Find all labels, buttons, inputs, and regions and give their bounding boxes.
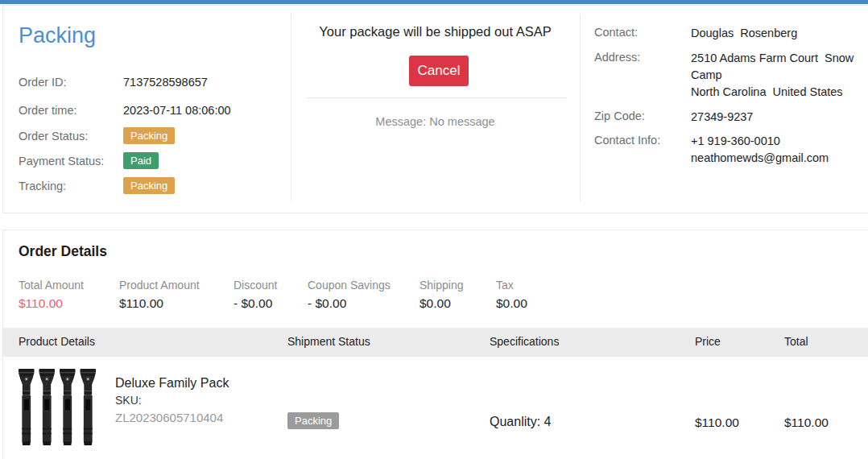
address-value-line2: North Carolina United States xyxy=(691,84,856,101)
total-amount-label: Total Amount xyxy=(19,279,84,292)
column-specifications: Specifications xyxy=(490,335,559,348)
vertical-divider xyxy=(291,14,291,201)
vertical-divider xyxy=(580,14,581,201)
contact-value: Douglas Rosenberg xyxy=(691,25,856,42)
product-table-header: Product Details Shipment Status Specific… xyxy=(3,328,868,357)
column-total: Total xyxy=(784,335,808,348)
column-price: Price xyxy=(695,335,721,348)
contact-phone: +1 919-360-0010 xyxy=(691,133,856,150)
top-accent-bar xyxy=(0,0,868,4)
product-name: Deluxe Family Pack xyxy=(115,376,229,391)
zip-code-label: Zip Code: xyxy=(594,109,645,123)
product-amount-value: $110.00 xyxy=(119,296,163,311)
total-amount-value: $110.00 xyxy=(19,296,63,311)
order-detail-page: Packing Order ID: 7137528598657 Order ti… xyxy=(0,0,868,459)
contact-email: neathomewds@gmail.com xyxy=(691,150,856,167)
order-details-heading: Order Details xyxy=(19,243,107,260)
order-id-label: Order ID: xyxy=(19,75,67,89)
page-title: Packing xyxy=(19,23,96,48)
contact-label: Contact: xyxy=(594,25,638,39)
address-value-line1: 2510 Adams Farm Court Snow Camp xyxy=(691,50,856,84)
zip-code-value: 27349-9237 xyxy=(691,109,856,126)
product-price: $110.00 xyxy=(695,416,739,430)
tracking-badge: Packing xyxy=(123,177,175,194)
flashlight-4-pack-image xyxy=(16,366,98,449)
address-label: Address: xyxy=(594,50,640,64)
shipping-value: $0.00 xyxy=(420,296,451,311)
product-total: $110.00 xyxy=(784,416,829,430)
tax-label: Tax xyxy=(496,279,514,292)
discount-label: Discount xyxy=(234,279,277,292)
order-time-label: Order time: xyxy=(19,103,77,118)
tax-value: $0.00 xyxy=(496,296,527,311)
order-status-card: Packing Order ID: 7137528598657 Order ti… xyxy=(2,5,868,213)
shipping-label: Shipping xyxy=(420,279,464,292)
product-sku-value: ZL20230605710404 xyxy=(115,411,223,424)
order-status-badge: Packing xyxy=(123,127,175,144)
tracking-label: Tracking: xyxy=(19,179,66,193)
payment-status-badge: Paid xyxy=(123,152,159,169)
shipment-headline: Your package will be shipped out ASAP xyxy=(291,24,580,39)
coupon-savings-label: Coupon Savings xyxy=(308,279,391,292)
column-product-details: Product Details xyxy=(19,335,95,348)
order-time-value: 2023-07-11 08:06:00 xyxy=(123,103,231,118)
discount-value: - $0.00 xyxy=(234,296,272,311)
column-shipment-status: Shipment Status xyxy=(287,335,370,348)
product-sku-label: SKU: xyxy=(115,394,142,407)
order-id-value: 7137528598657 xyxy=(123,75,208,89)
cancel-button[interactable]: Cancel xyxy=(409,56,469,86)
order-status-label: Order Status: xyxy=(19,129,88,143)
coupon-savings-value: - $0.00 xyxy=(308,296,346,311)
shipment-status-badge: Packing xyxy=(287,412,339,429)
order-message: Message: No message xyxy=(291,115,580,128)
horizontal-divider xyxy=(307,97,567,98)
product-specifications: Quanlity: 4 xyxy=(490,415,551,429)
order-details-card: Order Details Total Amount Product Amoun… xyxy=(2,229,868,459)
product-amount-label: Product Amount xyxy=(119,279,200,292)
payment-status-label: Payment Status: xyxy=(19,154,104,168)
contact-info-label: Contact Info: xyxy=(594,133,660,147)
